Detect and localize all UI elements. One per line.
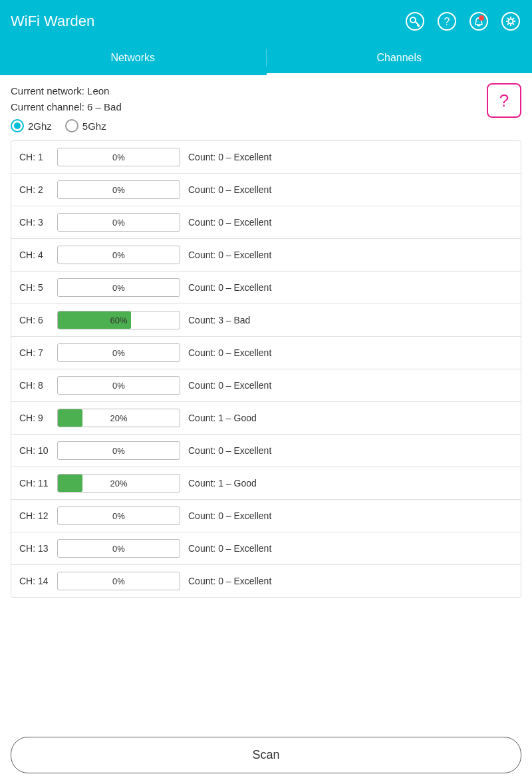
channel-label-3: CH: 3 xyxy=(19,217,49,228)
channel-row-14: CH: 140%Count: 0 – Excellent xyxy=(11,565,521,597)
channel-status-10: Count: 0 – Excellent xyxy=(188,445,513,456)
progress-bar-4: 0% xyxy=(57,246,180,264)
progress-text-10: 0% xyxy=(58,442,180,460)
progress-text-12: 0% xyxy=(58,507,180,525)
svg-line-19 xyxy=(507,23,509,25)
progress-bar-10: 0% xyxy=(57,441,180,460)
svg-line-18 xyxy=(513,18,514,19)
scan-button-wrapper: Scan xyxy=(0,726,532,784)
progress-text-8: 0% xyxy=(58,377,180,395)
channel-row-4: CH: 40%Count: 0 – Excellent xyxy=(11,239,521,272)
help-circle-icon[interactable]: ? xyxy=(436,11,458,32)
channel-row-1: CH: 10%Count: 0 – Excellent xyxy=(11,141,521,174)
channel-row-5: CH: 50%Count: 0 – Excellent xyxy=(11,272,521,304)
channel-row-12: CH: 120%Count: 0 – Excellent xyxy=(11,500,521,532)
channel-table: CH: 10%Count: 0 – ExcellentCH: 20%Count:… xyxy=(11,140,521,598)
notifications-icon[interactable] xyxy=(468,11,489,32)
progress-bar-14: 0% xyxy=(57,572,180,590)
channel-row-2: CH: 20%Count: 0 – Excellent xyxy=(11,174,521,206)
radio-5ghz[interactable]: 5Ghz xyxy=(65,119,106,132)
current-network-label: Current network: Leon xyxy=(11,83,521,99)
channel-label-7: CH: 7 xyxy=(19,347,49,358)
progress-text-9: 20% xyxy=(58,409,180,427)
channel-status-5: Count: 0 – Excellent xyxy=(188,282,513,293)
radio-2ghz-circle xyxy=(11,119,24,132)
settings-icon[interactable] xyxy=(500,11,521,32)
channel-status-2: Count: 0 – Excellent xyxy=(188,184,513,195)
channel-row-13: CH: 130%Count: 0 – Excellent xyxy=(11,532,521,565)
help-button-icon: ? xyxy=(499,91,509,111)
svg-point-11 xyxy=(509,19,513,24)
header-icon-group: ? xyxy=(404,11,521,32)
svg-point-9 xyxy=(479,15,484,21)
svg-line-16 xyxy=(507,18,509,19)
progress-bar-13: 0% xyxy=(57,539,180,558)
progress-bar-8: 0% xyxy=(57,376,180,395)
channel-label-4: CH: 4 xyxy=(19,250,49,260)
channel-row-7: CH: 70%Count: 0 – Excellent xyxy=(11,337,521,369)
channel-label-8: CH: 8 xyxy=(19,380,49,391)
progress-bar-12: 0% xyxy=(57,506,180,525)
channel-status-11: Count: 1 – Good xyxy=(188,478,513,489)
tab-channels[interactable]: Channels xyxy=(267,43,533,73)
channel-label-6: CH: 6 xyxy=(19,315,49,325)
progress-text-1: 0% xyxy=(58,148,180,166)
progress-text-4: 0% xyxy=(58,246,180,264)
content-area: ? Current network: Leon Current channel:… xyxy=(0,75,532,726)
channel-label-5: CH: 5 xyxy=(19,282,49,293)
channel-row-3: CH: 30%Count: 0 – Excellent xyxy=(11,206,521,239)
channel-status-8: Count: 0 – Excellent xyxy=(188,380,513,391)
progress-bar-5: 0% xyxy=(57,278,180,297)
svg-point-7 xyxy=(470,13,487,30)
channel-status-14: Count: 0 – Excellent xyxy=(188,576,513,586)
progress-bar-9: 20% xyxy=(57,409,180,427)
svg-text:?: ? xyxy=(444,16,450,27)
channel-label-10: CH: 10 xyxy=(19,445,49,456)
channel-row-6: CH: 660%Count: 3 – Bad xyxy=(11,304,521,337)
app-title: WiFi Warden xyxy=(11,13,94,30)
channel-label-12: CH: 12 xyxy=(19,510,49,521)
header: WiFi Warden ? xyxy=(0,0,532,43)
radio-5ghz-circle xyxy=(65,119,78,132)
channel-status-3: Count: 0 – Excellent xyxy=(188,217,513,228)
progress-text-5: 0% xyxy=(58,279,180,297)
channel-status-4: Count: 0 – Excellent xyxy=(188,250,513,260)
svg-point-10 xyxy=(502,13,519,30)
channel-status-12: Count: 0 – Excellent xyxy=(188,510,513,521)
radio-2ghz[interactable]: 2Ghz xyxy=(11,119,52,132)
progress-text-3: 0% xyxy=(58,214,180,232)
progress-bar-2: 0% xyxy=(57,180,180,199)
tab-networks[interactable]: Networks xyxy=(0,43,266,73)
key-icon[interactable] xyxy=(404,11,426,32)
progress-bar-1: 0% xyxy=(57,148,180,166)
channel-label-2: CH: 2 xyxy=(19,184,49,195)
channel-status-13: Count: 0 – Excellent xyxy=(188,543,513,554)
progress-bar-6: 60% xyxy=(57,311,180,329)
progress-text-6: 60% xyxy=(58,311,180,329)
progress-text-14: 0% xyxy=(58,572,180,590)
channel-row-10: CH: 100%Count: 0 – Excellent xyxy=(11,435,521,467)
progress-bar-3: 0% xyxy=(57,213,180,232)
channel-row-8: CH: 80%Count: 0 – Excellent xyxy=(11,369,521,402)
progress-text-11: 20% xyxy=(58,475,180,492)
channel-status-1: Count: 0 – Excellent xyxy=(188,152,513,162)
channel-status-6: Count: 3 – Bad xyxy=(188,315,513,325)
svg-line-17 xyxy=(513,23,514,25)
channel-label-9: CH: 9 xyxy=(19,413,49,423)
progress-text-7: 0% xyxy=(58,344,180,362)
help-button[interactable]: ? xyxy=(487,83,521,118)
channel-row-11: CH: 1120%Count: 1 – Good xyxy=(11,467,521,500)
channel-label-13: CH: 13 xyxy=(19,543,49,554)
channel-row-9: CH: 920%Count: 1 – Good xyxy=(11,402,521,435)
svg-point-1 xyxy=(410,17,416,23)
channel-label-14: CH: 14 xyxy=(19,576,49,586)
scan-button[interactable]: Scan xyxy=(11,737,521,773)
channel-label-11: CH: 11 xyxy=(19,478,49,489)
radio-row: 2Ghz 5Ghz xyxy=(11,119,521,132)
info-block: Current network: Leon Current channel: 6… xyxy=(11,83,521,132)
tab-bar: Networks Channels xyxy=(0,43,532,75)
channel-status-9: Count: 1 – Good xyxy=(188,413,513,423)
channel-label-1: CH: 1 xyxy=(19,152,49,162)
channel-status-7: Count: 0 – Excellent xyxy=(188,347,513,358)
progress-bar-7: 0% xyxy=(57,343,180,362)
